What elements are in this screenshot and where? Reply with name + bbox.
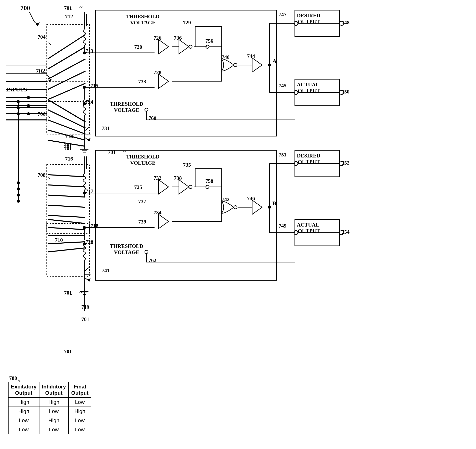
circuit-diagram [0, 0, 476, 449]
col-header-inhibitory: InhibitoryOutput [39, 382, 69, 398]
table-row: Low Low Low [8, 425, 91, 434]
truth-table: ExcitatoryOutput InhibitoryOutput FinalO… [8, 382, 91, 434]
table-row: High Low High [8, 407, 91, 416]
table-row: High High Low [8, 398, 91, 407]
col-header-excitatory: ExcitatoryOutput [8, 382, 39, 398]
table-row: Low High Low [8, 416, 91, 425]
col-header-final: FinalOutput [69, 382, 91, 398]
